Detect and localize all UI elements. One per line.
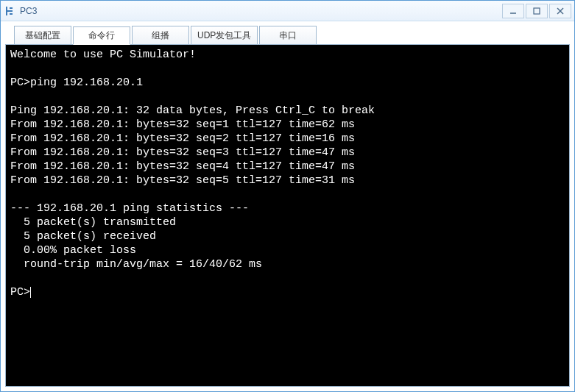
window-controls xyxy=(501,4,571,18)
terminal-output: Welcome to use PC Simulator! PC>ping 192… xyxy=(10,49,375,271)
app-window: PC3 基础配置 命令行 组播 UDP发包工具 串口 Welcome to us… xyxy=(0,0,575,392)
tab-command-line[interactable]: 命令行 xyxy=(73,26,130,45)
svg-rect-1 xyxy=(534,8,540,14)
tab-serial[interactable]: 串口 xyxy=(259,26,317,44)
terminal[interactable]: Welcome to use PC Simulator! PC>ping 192… xyxy=(6,45,569,386)
titlebar[interactable]: PC3 xyxy=(1,1,574,21)
tab-basic-config[interactable]: 基础配置 xyxy=(14,26,71,44)
terminal-cursor xyxy=(30,287,31,298)
terminal-prompt[interactable]: PC> xyxy=(10,286,30,299)
app-icon xyxy=(4,5,15,17)
tab-bar: 基础配置 命令行 组播 UDP发包工具 串口 xyxy=(14,26,570,44)
close-button[interactable] xyxy=(549,4,571,18)
tab-udp-tool[interactable]: UDP发包工具 xyxy=(191,26,258,44)
content-area: 基础配置 命令行 组播 UDP发包工具 串口 Welcome to use PC… xyxy=(1,21,574,391)
minimize-button[interactable] xyxy=(502,4,524,18)
maximize-button[interactable] xyxy=(526,4,548,18)
tab-multicast[interactable]: 组播 xyxy=(132,26,189,44)
window-title: PC3 xyxy=(20,6,501,16)
terminal-panel: Welcome to use PC Simulator! PC>ping 192… xyxy=(5,44,570,387)
